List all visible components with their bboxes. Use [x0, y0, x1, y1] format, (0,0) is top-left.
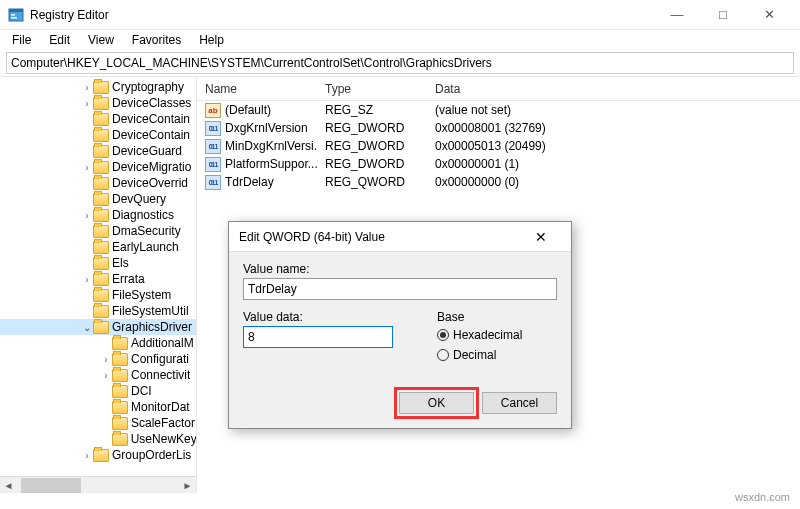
minimize-button[interactable]: — — [654, 0, 700, 30]
tree-item-label: DevQuery — [112, 192, 166, 206]
value-data-input[interactable]: 8 — [243, 326, 393, 348]
column-name[interactable]: Name — [197, 82, 317, 96]
binary-value-icon: 011 — [205, 175, 221, 190]
tree-item[interactable]: ›DeviceMigratio — [0, 159, 196, 175]
tree-item[interactable]: ›Diagnostics — [0, 207, 196, 223]
dialog-title-bar: Edit QWORD (64-bit) Value ✕ — [229, 222, 571, 252]
chevron-right-icon: › — [81, 226, 93, 237]
chevron-right-icon[interactable]: › — [81, 98, 93, 109]
tree-item-label: DeviceMigratio — [112, 160, 191, 174]
radio-icon — [437, 329, 449, 341]
tree-item[interactable]: ›Configurati — [0, 351, 196, 367]
menu-view[interactable]: View — [80, 31, 122, 49]
list-row[interactable]: 011TdrDelayREG_QWORD0x00000000 (0) — [197, 173, 800, 191]
tree-item[interactable]: ›DeviceContain — [0, 127, 196, 143]
tree-panel: ›Cryptography›DeviceClasses›DeviceContai… — [0, 77, 197, 493]
tree-horizontal-scrollbar[interactable]: ◄ ► — [0, 476, 196, 493]
value-name-input[interactable]: TdrDelay — [243, 278, 557, 300]
tree-item-label: Configurati — [131, 352, 189, 366]
list-row[interactable]: 011PlatformSuppor...REG_DWORD0x00000001 … — [197, 155, 800, 173]
tree-item-label: FileSystem — [112, 288, 171, 302]
chevron-right-icon[interactable]: › — [81, 274, 93, 285]
column-type[interactable]: Type — [317, 82, 427, 96]
chevron-right-icon[interactable]: › — [100, 354, 112, 365]
tree-item[interactable]: ›Connectivit — [0, 367, 196, 383]
tree-item[interactable]: ›AdditionalM — [0, 335, 196, 351]
tree-item[interactable]: ›DeviceGuard — [0, 143, 196, 159]
tree-item-label: DeviceOverrid — [112, 176, 188, 190]
chevron-right-icon[interactable]: › — [81, 162, 93, 173]
scroll-right-icon[interactable]: ► — [179, 477, 196, 494]
radio-icon — [437, 349, 449, 361]
tree-item[interactable]: ›Cryptography — [0, 79, 196, 95]
scroll-left-icon[interactable]: ◄ — [0, 477, 17, 494]
value-type: REG_DWORD — [317, 157, 427, 171]
value-name: MinDxgKrnlVersi... — [225, 139, 317, 153]
close-button[interactable]: ✕ — [746, 0, 792, 30]
chevron-right-icon[interactable]: › — [81, 82, 93, 93]
chevron-right-icon: › — [81, 194, 93, 205]
address-bar[interactable]: Computer\HKEY_LOCAL_MACHINE\SYSTEM\Curre… — [6, 52, 794, 74]
tree-item[interactable]: ›DeviceClasses — [0, 95, 196, 111]
tree-item[interactable]: ›FileSystem — [0, 287, 196, 303]
title-bar: Registry Editor — □ ✕ — [0, 0, 800, 30]
chevron-right-icon: › — [100, 418, 112, 429]
folder-icon — [93, 305, 109, 318]
menu-edit[interactable]: Edit — [41, 31, 78, 49]
list-row[interactable]: ab(Default)REG_SZ(value not set) — [197, 101, 800, 119]
column-data[interactable]: Data — [427, 82, 800, 96]
window-title: Registry Editor — [30, 8, 654, 22]
tree-item[interactable]: ›DevQuery — [0, 191, 196, 207]
cancel-button[interactable]: Cancel — [482, 392, 557, 414]
folder-icon — [93, 113, 109, 126]
value-name: (Default) — [225, 103, 271, 117]
tree-item[interactable]: ›UseNewKey — [0, 431, 196, 447]
tree-item[interactable]: ›DeviceOverrid — [0, 175, 196, 191]
tree-item-label: Diagnostics — [112, 208, 174, 222]
decimal-radio[interactable]: Decimal — [437, 346, 522, 364]
list-row[interactable]: 011DxgKrnlVersionREG_DWORD0x00008001 (32… — [197, 119, 800, 137]
value-name: PlatformSuppor... — [225, 157, 317, 171]
folder-icon — [93, 241, 109, 254]
tree-item[interactable]: ›DCI — [0, 383, 196, 399]
tree-item[interactable]: ›GroupOrderLis — [0, 447, 196, 463]
scroll-thumb[interactable] — [21, 478, 81, 493]
svg-rect-3 — [11, 17, 17, 19]
folder-icon — [112, 385, 128, 398]
list-header: Name Type Data — [197, 77, 800, 101]
chevron-right-icon: › — [100, 434, 112, 445]
tree-item[interactable]: ⌄GraphicsDriver — [0, 319, 196, 335]
folder-icon — [93, 81, 109, 94]
tree-item[interactable]: ›DeviceContain — [0, 111, 196, 127]
value-type: REG_SZ — [317, 103, 427, 117]
tree-item[interactable]: ›Els — [0, 255, 196, 271]
maximize-button[interactable]: □ — [700, 0, 746, 30]
value-type: REG_DWORD — [317, 121, 427, 135]
tree-item[interactable]: ›ScaleFactor — [0, 415, 196, 431]
chevron-right-icon[interactable]: › — [81, 210, 93, 221]
menu-help[interactable]: Help — [191, 31, 232, 49]
folder-icon — [112, 417, 128, 430]
list-row[interactable]: 011MinDxgKrnlVersi...REG_DWORD0x00005013… — [197, 137, 800, 155]
folder-icon — [93, 209, 109, 222]
menu-file[interactable]: File — [4, 31, 39, 49]
tree-item-label: DeviceContain — [112, 128, 190, 142]
folder-icon — [93, 273, 109, 286]
folder-icon — [93, 161, 109, 174]
chevron-right-icon[interactable]: › — [100, 370, 112, 381]
ok-button[interactable]: OK — [399, 392, 474, 414]
tree-item[interactable]: ›Errata — [0, 271, 196, 287]
value-data: 0x00000000 (0) — [427, 175, 800, 189]
tree-item-label: AdditionalM — [131, 336, 194, 350]
tree-item[interactable]: ›EarlyLaunch — [0, 239, 196, 255]
tree-item[interactable]: ›FileSystemUtil — [0, 303, 196, 319]
value-data: 0x00000001 (1) — [427, 157, 800, 171]
tree-item[interactable]: ›MonitorDat — [0, 399, 196, 415]
hexadecimal-radio[interactable]: Hexadecimal — [437, 326, 522, 344]
tree-item[interactable]: ›DmaSecurity — [0, 223, 196, 239]
menu-favorites[interactable]: Favorites — [124, 31, 189, 49]
chevron-down-icon[interactable]: ⌄ — [81, 322, 93, 333]
chevron-right-icon[interactable]: › — [81, 450, 93, 461]
dialog-title: Edit QWORD (64-bit) Value — [239, 230, 521, 244]
dialog-close-button[interactable]: ✕ — [521, 229, 561, 245]
